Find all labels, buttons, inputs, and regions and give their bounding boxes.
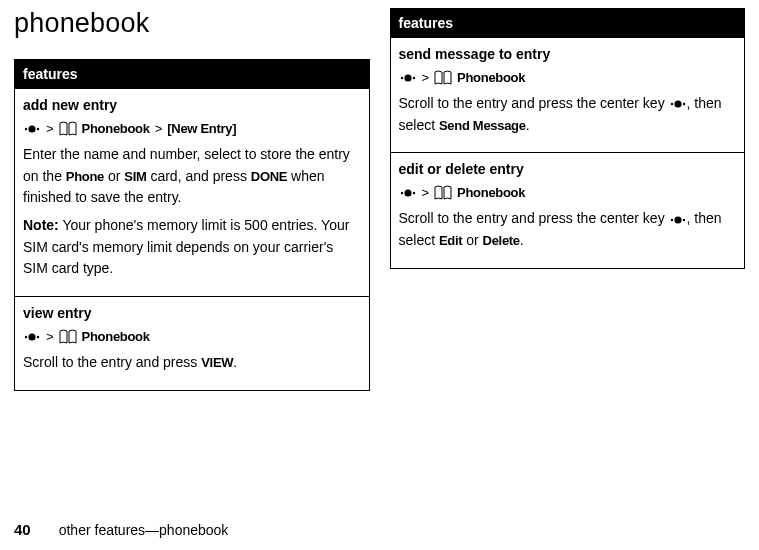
text: . — [526, 117, 530, 133]
text: Scroll to the entry and press the center… — [399, 95, 669, 111]
phonebook-icon — [59, 329, 77, 344]
svg-point-4 — [28, 333, 35, 340]
features-table-left: features add new entry > Phonebook > [Ne… — [14, 59, 370, 391]
row-title: add new entry — [23, 97, 361, 113]
row-title: edit or delete entry — [399, 161, 737, 177]
row-view-entry: view entry > Phonebook Scroll to the ent… — [15, 296, 369, 390]
sim-label: SIM — [124, 169, 146, 184]
nav-path: > Phonebook — [399, 185, 737, 200]
phonebook-label: Phonebook — [457, 185, 525, 200]
separator: > — [422, 185, 430, 200]
view-label: VIEW — [201, 355, 233, 370]
svg-point-0 — [25, 127, 27, 129]
row-title: view entry — [23, 305, 361, 321]
center-key-icon — [399, 72, 417, 84]
nav-path: > Phonebook — [23, 329, 361, 344]
svg-point-3 — [25, 335, 27, 337]
svg-point-1 — [28, 125, 35, 132]
svg-point-2 — [37, 127, 39, 129]
page-title: phonebook — [14, 8, 370, 39]
separator: > — [155, 121, 163, 136]
table-header: features — [391, 9, 745, 37]
svg-point-5 — [37, 335, 39, 337]
done-label: DONE — [251, 169, 287, 184]
text: Scroll to the entry and press the center… — [399, 210, 669, 226]
send-message-label: Send Message — [439, 118, 526, 133]
svg-point-16 — [674, 216, 681, 223]
delete-label: Delete — [483, 233, 520, 248]
instruction-text: Enter the name and number, select to sto… — [23, 144, 361, 280]
instruction-text: Scroll to the entry and press the center… — [399, 208, 737, 251]
phonebook-icon — [434, 70, 452, 85]
center-key-icon — [23, 123, 41, 135]
nav-path: > Phonebook — [399, 70, 737, 85]
row-title: send message to entry — [399, 46, 737, 62]
features-table-right: features send message to entry > Phonebo… — [390, 8, 746, 269]
phonebook-label: Phonebook — [457, 70, 525, 85]
text: . — [233, 354, 237, 370]
svg-point-15 — [670, 218, 672, 220]
svg-point-14 — [412, 192, 414, 194]
page-number: 40 — [14, 521, 31, 538]
separator: > — [46, 329, 54, 344]
svg-point-6 — [400, 76, 402, 78]
phone-label: Phone — [66, 169, 104, 184]
separator: > — [422, 70, 430, 85]
row-add-new-entry: add new entry > Phonebook > [New Entry] — [15, 88, 369, 296]
phonebook-icon — [434, 185, 452, 200]
text: card, and press — [147, 168, 251, 184]
text: or — [104, 168, 124, 184]
separator: > — [46, 121, 54, 136]
center-key-icon — [669, 214, 687, 226]
row-edit-delete: edit or delete entry > Phonebook Scroll … — [391, 152, 745, 267]
svg-point-7 — [404, 74, 411, 81]
row-send-message: send message to entry > Phonebook Scroll… — [391, 37, 745, 152]
svg-point-11 — [682, 103, 684, 105]
phonebook-label: Phonebook — [82, 329, 150, 344]
phonebook-icon — [59, 121, 77, 136]
svg-point-12 — [400, 192, 402, 194]
phonebook-label: Phonebook — [82, 121, 150, 136]
svg-point-17 — [682, 218, 684, 220]
edit-label: Edit — [439, 233, 462, 248]
note-label: Note: — [23, 217, 59, 233]
svg-point-9 — [670, 103, 672, 105]
table-header: features — [15, 60, 369, 88]
svg-point-8 — [412, 76, 414, 78]
svg-point-10 — [674, 101, 681, 108]
center-key-icon — [23, 331, 41, 343]
text: or — [462, 232, 482, 248]
page-footer: 40 other features—phonebook — [14, 521, 228, 538]
text: . — [520, 232, 524, 248]
footer-section: other features—phonebook — [59, 522, 229, 538]
note-text: Your phone's memory limit is 500 entries… — [23, 217, 349, 276]
center-key-icon — [669, 98, 687, 110]
svg-point-13 — [404, 189, 411, 196]
text: Scroll to the entry and press — [23, 354, 201, 370]
instruction-text: Scroll to the entry and press VIEW. — [23, 352, 361, 374]
instruction-text: Scroll to the entry and press the center… — [399, 93, 737, 136]
new-entry-label: [New Entry] — [167, 121, 236, 136]
center-key-icon — [399, 187, 417, 199]
nav-path: > Phonebook > [New Entry] — [23, 121, 361, 136]
